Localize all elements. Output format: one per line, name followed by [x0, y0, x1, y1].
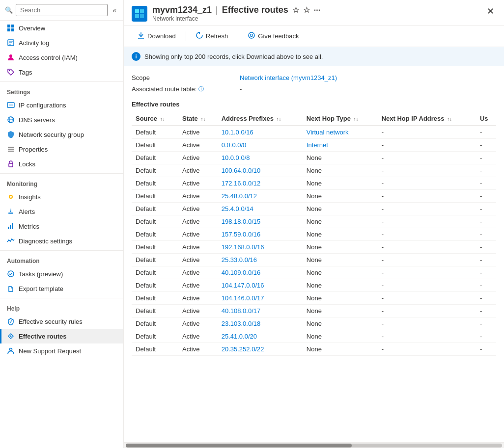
cell-us: - — [476, 241, 496, 254]
sidebar-item-diagnostic[interactable]: Diagnostic settings — [0, 234, 123, 248]
sort-address-icon[interactable]: ↑↓ — [277, 116, 281, 122]
cell-us: - — [476, 203, 496, 215]
sidebar-item-label-iam: Access control (IAM) — [19, 54, 78, 61]
sidebar-item-sec-rules[interactable]: Effective security rules — [0, 314, 123, 329]
cell-hop-ip: - — [378, 177, 476, 190]
cell-state: Active — [178, 126, 218, 139]
alerts-icon — [7, 208, 15, 215]
svg-rect-0 — [7, 25, 10, 27]
cell-us: - — [476, 343, 496, 356]
sidebar-item-label-nsg: Network security group — [19, 131, 84, 138]
cell-us: - — [476, 330, 496, 343]
cell-hop-ip: - — [378, 279, 476, 292]
scope-label: Scope — [132, 74, 240, 81]
metrics-icon — [7, 222, 15, 230]
download-button[interactable]: Download — [132, 29, 182, 43]
cell-source: Default — [132, 215, 178, 228]
cell-hop-ip: - — [378, 164, 476, 177]
section-automation: Automation — [0, 250, 123, 266]
svg-rect-24 — [12, 223, 13, 229]
col-source[interactable]: Source ↑↓ — [132, 112, 178, 126]
table-row: Default Active 25.4.0.0/14 None - - — [132, 203, 496, 215]
sort-hop-type-icon[interactable]: ↑↓ — [354, 116, 359, 122]
cell-hop-type: None — [303, 279, 378, 292]
col-hop-ip[interactable]: Next Hop IP Address ↑↓ — [378, 112, 476, 126]
sidebar-item-ip-config[interactable]: IP configurations — [0, 98, 123, 112]
star-outline-icon[interactable]: ☆ — [303, 5, 310, 15]
svg-rect-21 — [8, 212, 13, 214]
cell-address: 25.48.0.0/12 — [218, 190, 303, 203]
cell-us: - — [476, 317, 496, 330]
horizontal-scrollbar[interactable] — [124, 442, 504, 448]
sidebar-item-support[interactable]: New Support Request — [0, 343, 123, 358]
table-row: Default Active 157.59.0.0/16 None - - — [132, 228, 496, 241]
cell-address: 25.4.0.0/14 — [218, 203, 303, 215]
col-hop-type[interactable]: Next Hop Type ↑↓ — [303, 112, 378, 126]
cell-hop-ip: - — [378, 139, 476, 152]
cell-address[interactable]: 10.0.0.0/8 — [218, 152, 303, 164]
sidebar-item-tasks[interactable]: Tasks (preview) — [0, 266, 123, 281]
cell-hop-type[interactable]: Virtual network — [303, 126, 378, 139]
cell-source: Default — [132, 279, 178, 292]
sort-hop-ip-icon[interactable]: ↑↓ — [447, 116, 452, 122]
cell-hop-type: None — [303, 266, 378, 279]
col-state[interactable]: State ↑↓ — [178, 112, 218, 126]
scroll-track[interactable] — [126, 444, 502, 448]
cell-state: Active — [178, 241, 218, 254]
sort-source-icon[interactable]: ↑↓ — [160, 116, 165, 122]
cell-us: - — [476, 254, 496, 266]
cell-hop-type[interactable]: Internet — [303, 139, 378, 152]
scope-value[interactable]: Network interface (myvm1234_z1) — [240, 74, 337, 81]
svg-rect-22 — [8, 227, 9, 229]
sidebar-item-locks[interactable]: Locks — [0, 157, 123, 171]
table-row: Default Active 192.168.0.0/16 None - - — [132, 241, 496, 254]
sidebar-item-activity-log[interactable]: Activity log — [0, 35, 123, 50]
sort-state-icon[interactable]: ↑↓ — [200, 116, 205, 122]
cell-hop-type: None — [303, 330, 378, 343]
col-us[interactable]: Us — [476, 112, 496, 126]
feedback-button[interactable]: Give feedback — [242, 29, 305, 43]
sidebar-item-iam[interactable]: Access control (IAM) — [0, 50, 123, 65]
sidebar-item-label-activity-log: Activity log — [19, 39, 49, 47]
sidebar-item-metrics[interactable]: Metrics — [0, 219, 123, 234]
svg-point-37 — [251, 34, 253, 37]
cell-address[interactable]: 0.0.0.0/0 — [218, 139, 303, 152]
cell-address: 104.146.0.0/17 — [218, 292, 303, 305]
cell-hop-ip: - — [378, 228, 476, 241]
table-row: Default Active 198.18.0.0/15 None - - — [132, 215, 496, 228]
col-address[interactable]: Address Prefixes ↑↓ — [218, 112, 303, 126]
properties-icon — [7, 145, 15, 153]
toolbar-divider-1 — [186, 31, 186, 41]
close-button[interactable]: ✕ — [484, 5, 497, 18]
sidebar-item-export[interactable]: Export template — [0, 281, 123, 296]
collapse-sidebar-button[interactable]: « — [111, 5, 118, 15]
page-title-text: Effective routes — [222, 5, 288, 15]
sidebar-item-insights[interactable]: Insights — [0, 189, 123, 204]
meta-section: Scope Network interface (myvm1234_z1) As… — [124, 66, 504, 97]
sidebar-item-properties[interactable]: Properties — [0, 142, 123, 157]
sidebar-item-overview[interactable]: Overview — [0, 21, 123, 35]
more-options-icon[interactable]: ··· — [314, 6, 320, 15]
sidebar-item-alerts[interactable]: Alerts — [0, 204, 123, 219]
star-icon[interactable]: ☆ — [292, 5, 299, 15]
refresh-button[interactable]: Refresh — [190, 29, 234, 43]
cell-us: - — [476, 279, 496, 292]
sidebar-item-tags[interactable]: Tags — [0, 65, 123, 79]
route-table-info-icon[interactable]: ⓘ — [198, 85, 204, 93]
sidebar-item-label-export: Export template — [19, 285, 63, 292]
cell-us: - — [476, 190, 496, 203]
svg-point-36 — [249, 32, 254, 38]
cell-address: 172.16.0.0/12 — [218, 177, 303, 190]
scroll-thumb[interactable] — [126, 444, 352, 448]
search-input[interactable] — [16, 4, 108, 16]
cell-source: Default — [132, 203, 178, 215]
sidebar-item-dns[interactable]: DNS servers — [0, 112, 123, 127]
cell-state: Active — [178, 190, 218, 203]
cell-hop-type: None — [303, 215, 378, 228]
sidebar-item-eff-routes[interactable]: Effective routes — [0, 329, 123, 343]
cell-source: Default — [132, 139, 178, 152]
diagnostic-icon — [7, 237, 15, 245]
cell-address[interactable]: 10.1.0.0/16 — [218, 126, 303, 139]
sidebar-item-nsg[interactable]: Network security group — [0, 127, 123, 142]
cell-hop-type: None — [303, 292, 378, 305]
